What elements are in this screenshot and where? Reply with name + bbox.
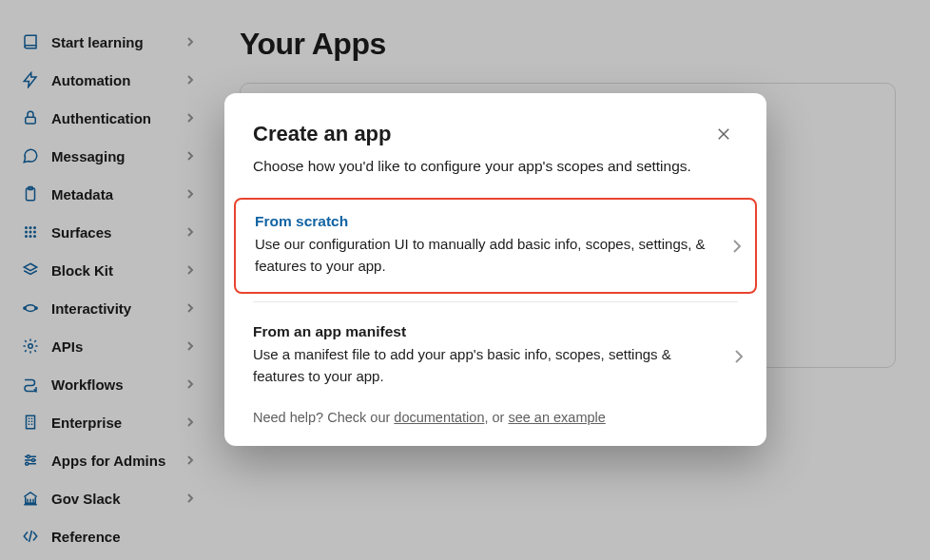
option-desc: Use our configuration UI to manually add… [255, 234, 713, 277]
documentation-link[interactable]: documentation [394, 410, 484, 425]
see-example-link[interactable]: see an example [508, 410, 605, 425]
option-title: From an app manifest [253, 323, 715, 340]
close-icon [715, 126, 732, 143]
divider [253, 301, 738, 302]
option-from-scratch[interactable]: From scratch Use our configuration UI to… [234, 198, 757, 294]
modal-title: Create an app [253, 122, 392, 146]
create-app-modal: Create an app Choose how you'd like to c… [224, 93, 766, 446]
chevron-right-icon [732, 239, 742, 254]
chevron-right-icon [734, 349, 744, 364]
option-desc: Use a manifest file to add your app's ba… [253, 344, 715, 387]
option-title: From scratch [255, 213, 713, 230]
modal-subtitle: Choose how you'd like to configure your … [224, 158, 766, 175]
help-text: Need help? Check our documentation, or s… [224, 402, 766, 425]
option-from-manifest[interactable]: From an app manifest Use a manifest file… [234, 310, 757, 402]
close-button[interactable] [709, 120, 738, 148]
